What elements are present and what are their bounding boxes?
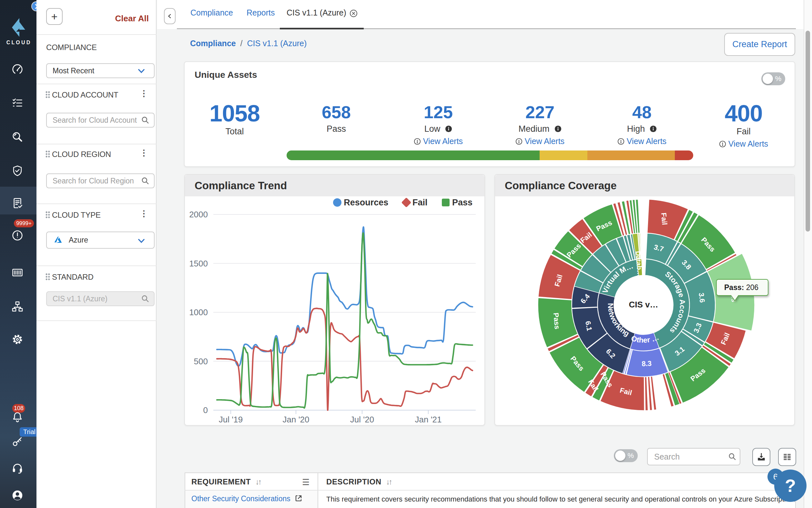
svg-text:1000: 1000	[189, 307, 208, 317]
svg-text:Fail: Fail	[660, 212, 669, 225]
svg-text:3.6: 3.6	[697, 292, 707, 303]
svg-text:Jul '19: Jul '19	[219, 415, 243, 424]
svg-text:6.1: 6.1	[584, 321, 593, 331]
svg-text:Pass: 206: Pass: 206	[724, 283, 758, 292]
svg-text:Datab…: Datab…	[634, 251, 643, 277]
svg-text:Jan '21: Jan '21	[415, 415, 441, 424]
svg-text:Jan '20: Jan '20	[282, 415, 309, 424]
svg-text:8.3: 8.3	[641, 359, 652, 368]
svg-text:1500: 1500	[189, 259, 208, 268]
svg-text:2000: 2000	[189, 210, 208, 219]
svg-text:Jul '20: Jul '20	[350, 415, 374, 424]
svg-text:CIS v…: CIS v…	[629, 300, 658, 309]
svg-text:Pass: Pass	[552, 312, 561, 329]
svg-text:0: 0	[203, 405, 208, 415]
svg-text:500: 500	[194, 356, 208, 366]
